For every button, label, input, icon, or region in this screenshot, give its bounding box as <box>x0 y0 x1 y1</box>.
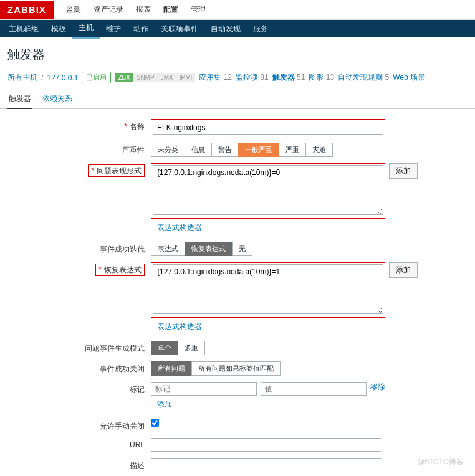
sev-1[interactable]: 信息 <box>185 143 212 157</box>
iface-jmx: JMX <box>158 73 176 82</box>
breadcrumb: 所有主机 / 127.0.0.1 已启用 ZBX SNMP JMX IPMI 应… <box>0 69 475 90</box>
iface-badges: ZBX SNMP JMX IPMI <box>115 73 195 82</box>
iface-zbx: ZBX <box>115 73 133 82</box>
sev-3[interactable]: 一般严重 <box>238 143 279 157</box>
tab-depends[interactable]: 依赖关系 <box>41 90 74 108</box>
url-input[interactable] <box>151 438 381 452</box>
desc-label: 描述 <box>7 458 151 471</box>
subnav-maintenance[interactable]: 维护 <box>100 20 127 38</box>
recovery-expr-label: *恢复表达式 <box>7 262 151 275</box>
recovery-expr-input[interactable]: {127.0.0.1:nginxlogs.nodata(10m)}=1 <box>153 264 383 314</box>
link-web[interactable]: Web 场景 <box>393 73 425 82</box>
page-title: 触发器 <box>0 37 475 69</box>
desc-input[interactable] <box>151 458 381 476</box>
severity-label: 严重性 <box>7 143 151 156</box>
okiter-2[interactable]: 无 <box>232 242 252 256</box>
tag-value-input[interactable] <box>261 382 367 396</box>
prob-gen-label: 问题事件生成模式 <box>7 341 151 354</box>
nav-config[interactable]: 配置 <box>157 0 185 20</box>
sev-0[interactable]: 未分类 <box>151 143 185 157</box>
link-triggers[interactable]: 触发器 <box>272 73 295 82</box>
subnav-hostgroups[interactable]: 主机群组 <box>2 20 45 38</box>
tag-name-input[interactable] <box>151 382 257 396</box>
tag-add-link[interactable]: 添加 <box>157 400 172 409</box>
subnav-discovery[interactable]: 自动发现 <box>204 20 247 38</box>
iface-ipmi: IPMI <box>176 73 196 82</box>
problem-expr-input[interactable]: {127.0.0.1:nginxlogs.nodata(10m)}=0 <box>153 165 383 215</box>
expr-builder-link-1[interactable]: 表达式构造器 <box>157 223 202 232</box>
problem-expr-label: *问题表现形式 <box>7 163 151 176</box>
ok-iter-group[interactable]: 表达式 恢复表达式 无 <box>151 242 252 256</box>
manual-close-label: 允许手动关闭 <box>7 419 151 432</box>
problem-expr-add-button[interactable]: 添加 <box>389 163 418 179</box>
okiter-0[interactable]: 表达式 <box>151 242 185 256</box>
tag-remove-link[interactable]: 移除 <box>370 382 385 393</box>
tags-label: 标记 <box>7 382 151 395</box>
subnav-services[interactable]: 服务 <box>247 20 274 38</box>
ok-iter-label: 事件成功迭代 <box>7 242 151 255</box>
sev-5[interactable]: 灾难 <box>305 143 333 157</box>
okiter-1[interactable]: 恢复表达式 <box>185 242 233 256</box>
recovery-expr-add-button[interactable]: 添加 <box>389 262 418 278</box>
tab-trigger[interactable]: 触发器 <box>7 90 32 109</box>
crumb-allhosts[interactable]: 所有主机 <box>7 72 37 83</box>
nav-admin[interactable]: 管理 <box>185 0 212 20</box>
severity-group[interactable]: 未分类 信息 警告 一般严重 严重 灾难 <box>151 143 333 157</box>
watermark: @51CTO博客 <box>417 457 464 467</box>
manual-close-checkbox[interactable] <box>151 419 159 427</box>
link-apps[interactable]: 应用集 <box>199 73 221 82</box>
sev-4[interactable]: 严重 <box>279 143 306 157</box>
top-nav: ZABBIX 监测 资产记录 报表 配置 管理 <box>0 0 475 20</box>
status-badge: 已启用 <box>82 72 111 83</box>
okclose-1[interactable]: 所有问题如果标签值匹配 <box>191 361 281 376</box>
crumb-host[interactable]: 127.0.0.1 <box>47 74 78 82</box>
subnav-hosts[interactable]: 主机 <box>72 19 100 39</box>
probgen-1[interactable]: 多重 <box>178 341 205 355</box>
probgen-0[interactable]: 单个 <box>151 341 178 355</box>
name-label: *名称 <box>7 119 151 132</box>
subnav-correlation[interactable]: 关联项事件 <box>155 20 204 38</box>
expr-builder-link-2[interactable]: 表达式构造器 <box>157 322 202 331</box>
name-input[interactable] <box>153 121 383 135</box>
nav-inventory[interactable]: 资产记录 <box>87 0 130 20</box>
subnav-actions[interactable]: 动作 <box>127 20 155 38</box>
url-label: URL <box>7 438 151 449</box>
trigger-form: *名称 严重性 未分类 信息 警告 一般严重 严重 灾难 *问题表现形式 {12… <box>0 109 475 476</box>
link-items[interactable]: 监控项 <box>236 73 258 82</box>
prob-gen-group[interactable]: 单个 多重 <box>151 341 205 355</box>
sub-nav: 主机群组 模板 主机 维护 动作 关联项事件 自动发现 服务 <box>0 20 475 37</box>
nav-monitor[interactable]: 监测 <box>60 0 87 20</box>
link-discovery[interactable]: 自动发现规则 <box>338 73 383 82</box>
iface-snmp: SNMP <box>133 73 158 82</box>
ok-close-group[interactable]: 所有问题 所有问题如果标签值匹配 <box>151 361 281 376</box>
okclose-0[interactable]: 所有问题 <box>151 361 192 376</box>
sev-2[interactable]: 警告 <box>211 143 239 157</box>
subnav-templates[interactable]: 模板 <box>45 20 72 38</box>
form-tabs: 触发器 依赖关系 <box>0 90 475 109</box>
link-graphs[interactable]: 图形 <box>309 73 324 82</box>
logo: ZABBIX <box>0 1 54 19</box>
ok-close-label: 事件成功关闭 <box>7 361 151 374</box>
nav-reports[interactable]: 报表 <box>130 0 157 20</box>
